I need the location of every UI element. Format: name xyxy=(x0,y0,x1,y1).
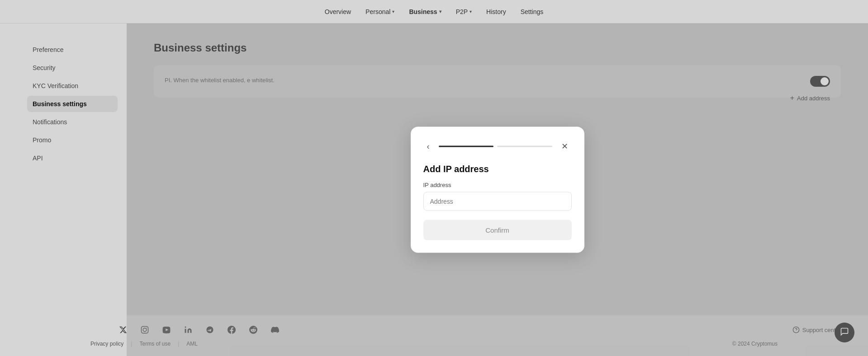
nav-settings[interactable]: Settings xyxy=(521,8,544,15)
privacy-policy-link[interactable]: Privacy policy xyxy=(90,341,123,347)
progress-step-1 xyxy=(439,145,494,147)
sidebar: Preference Security KYC Verification Bus… xyxy=(0,23,127,356)
modal-title: Add IP address xyxy=(423,164,572,174)
content-area: Business settings PI. When the whitelist… xyxy=(127,23,868,356)
chevron-down-icon: ▾ xyxy=(392,9,394,14)
modal-header: ‹ ✕ xyxy=(423,140,572,153)
progress-step-2 xyxy=(497,145,552,147)
sidebar-item-business-settings[interactable]: Business settings xyxy=(27,96,118,112)
ip-address-input[interactable] xyxy=(423,192,572,211)
sidebar-item-security[interactable]: Security xyxy=(27,60,118,76)
main-layout: Preference Security KYC Verification Bus… xyxy=(0,23,868,356)
nav-overview[interactable]: Overview xyxy=(325,8,351,15)
sidebar-item-preference[interactable]: Preference xyxy=(27,42,118,58)
confirm-button[interactable]: Confirm xyxy=(423,220,572,240)
chevron-down-icon: ▾ xyxy=(439,9,441,14)
modal-back-button[interactable]: ‹ xyxy=(423,140,433,153)
top-navigation: Overview Personal ▾ Business ▾ P2P ▾ His… xyxy=(0,0,868,23)
modal-progress xyxy=(439,145,552,147)
modal-close-button[interactable]: ✕ xyxy=(558,140,572,153)
sidebar-item-notifications[interactable]: Notifications xyxy=(27,114,118,130)
sidebar-item-promo[interactable]: Promo xyxy=(27,132,118,148)
ip-address-label: IP address xyxy=(423,182,572,188)
nav-p2p[interactable]: P2P ▾ xyxy=(456,8,472,15)
add-ip-modal: ‹ ✕ Add IP address IP address Confirm xyxy=(411,127,584,253)
nav-business[interactable]: Business ▾ xyxy=(409,8,441,15)
nav-history[interactable]: History xyxy=(486,8,506,15)
chevron-down-icon: ▾ xyxy=(470,9,472,14)
sidebar-item-kyc[interactable]: KYC Verification xyxy=(27,78,118,94)
sidebar-item-api[interactable]: API xyxy=(27,150,118,166)
nav-personal[interactable]: Personal ▾ xyxy=(365,8,394,15)
